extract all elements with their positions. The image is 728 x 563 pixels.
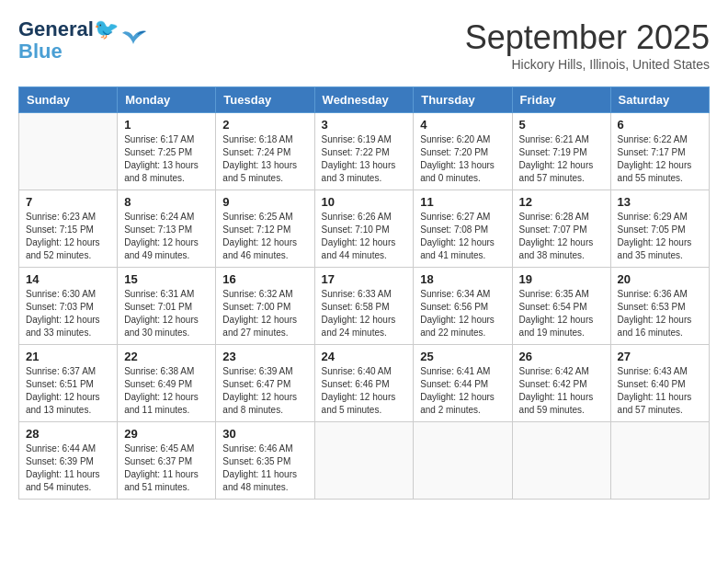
day-number: 11 <box>420 195 505 209</box>
day-number: 21 <box>26 350 110 363</box>
calendar-week-row: 14Sunrise: 6:30 AM Sunset: 7:03 PM Dayli… <box>19 268 710 345</box>
day-info: Sunrise: 6:29 AM Sunset: 7:05 PM Dayligh… <box>618 211 702 262</box>
day-info: Sunrise: 6:31 AM Sunset: 7:01 PM Dayligh… <box>124 288 209 339</box>
calendar-cell: 12Sunrise: 6:28 AM Sunset: 7:07 PM Dayli… <box>512 190 610 268</box>
day-number: 20 <box>618 272 702 286</box>
calendar-cell: 21Sunrise: 6:37 AM Sunset: 6:51 PM Dayli… <box>19 345 118 422</box>
day-number: 8 <box>124 195 209 209</box>
day-info: Sunrise: 6:26 AM Sunset: 7:10 PM Dayligh… <box>322 211 407 262</box>
calendar-week-row: 1Sunrise: 6:17 AM Sunset: 7:25 PM Daylig… <box>19 113 710 190</box>
calendar-table: SundayMondayTuesdayWednesdayThursdayFrid… <box>18 86 710 500</box>
calendar-cell: 5Sunrise: 6:21 AM Sunset: 7:19 PM Daylig… <box>512 113 610 190</box>
day-info: Sunrise: 6:19 AM Sunset: 7:22 PM Dayligh… <box>322 133 407 185</box>
day-info: Sunrise: 6:23 AM Sunset: 7:15 PM Dayligh… <box>26 211 110 262</box>
day-info: Sunrise: 6:35 AM Sunset: 6:54 PM Dayligh… <box>519 288 604 339</box>
calendar-cell: 25Sunrise: 6:41 AM Sunset: 6:44 PM Dayli… <box>414 345 512 422</box>
day-number: 17 <box>322 272 407 286</box>
day-number: 3 <box>322 118 407 132</box>
logo-bird-icon <box>120 28 148 50</box>
calendar-cell: 4Sunrise: 6:20 AM Sunset: 7:20 PM Daylig… <box>414 113 512 190</box>
day-info: Sunrise: 6:44 AM Sunset: 6:39 PM Dayligh… <box>26 442 110 494</box>
day-info: Sunrise: 6:40 AM Sunset: 6:46 PM Dayligh… <box>322 365 407 417</box>
calendar-cell: 11Sunrise: 6:27 AM Sunset: 7:08 PM Dayli… <box>414 190 512 268</box>
day-info: Sunrise: 6:17 AM Sunset: 7:25 PM Dayligh… <box>124 133 209 185</box>
calendar-cell <box>414 422 512 500</box>
calendar-cell: 26Sunrise: 6:42 AM Sunset: 6:42 PM Dayli… <box>512 345 610 422</box>
day-number: 9 <box>222 195 307 209</box>
day-number: 29 <box>124 427 209 441</box>
calendar-cell: 14Sunrise: 6:30 AM Sunset: 7:03 PM Dayli… <box>19 268 118 345</box>
day-info: Sunrise: 6:36 AM Sunset: 6:53 PM Dayligh… <box>618 288 702 339</box>
weekday-header-tuesday: Tuesday <box>216 87 314 113</box>
day-info: Sunrise: 6:43 AM Sunset: 6:40 PM Dayligh… <box>618 365 702 417</box>
day-number: 6 <box>618 118 702 132</box>
weekday-header-wednesday: Wednesday <box>314 87 414 113</box>
day-number: 23 <box>222 350 307 363</box>
day-number: 13 <box>618 195 702 209</box>
day-info: Sunrise: 6:25 AM Sunset: 7:12 PM Dayligh… <box>222 211 307 262</box>
day-info: Sunrise: 6:18 AM Sunset: 7:24 PM Dayligh… <box>222 133 307 185</box>
day-number: 22 <box>124 350 209 363</box>
calendar-cell: 9Sunrise: 6:25 AM Sunset: 7:12 PM Daylig… <box>216 190 314 268</box>
calendar-cell: 15Sunrise: 6:31 AM Sunset: 7:01 PM Dayli… <box>118 268 216 345</box>
calendar-cell: 20Sunrise: 6:36 AM Sunset: 6:53 PM Dayli… <box>610 268 709 345</box>
calendar-cell: 7Sunrise: 6:23 AM Sunset: 7:15 PM Daylig… <box>19 190 118 268</box>
calendar-week-row: 21Sunrise: 6:37 AM Sunset: 6:51 PM Dayli… <box>19 345 710 422</box>
day-number: 18 <box>420 272 505 286</box>
weekday-header-monday: Monday <box>118 87 216 113</box>
calendar-cell: 22Sunrise: 6:38 AM Sunset: 6:49 PM Dayli… <box>118 345 216 422</box>
calendar-cell: 2Sunrise: 6:18 AM Sunset: 7:24 PM Daylig… <box>216 113 314 190</box>
day-number: 27 <box>618 350 702 363</box>
weekday-header-friday: Friday <box>512 87 610 113</box>
day-number: 19 <box>519 272 604 286</box>
calendar-cell: 17Sunrise: 6:33 AM Sunset: 6:58 PM Dayli… <box>314 268 414 345</box>
calendar-cell: 28Sunrise: 6:44 AM Sunset: 6:39 PM Dayli… <box>19 422 118 500</box>
day-number: 25 <box>420 350 505 363</box>
title-section: September 2025 Hickory Hills, Illinois, … <box>465 18 710 72</box>
calendar-cell: 16Sunrise: 6:32 AM Sunset: 7:00 PM Dayli… <box>216 268 314 345</box>
page-header: General🐦Blue September 2025 Hickory Hill… <box>18 18 710 72</box>
weekday-header-saturday: Saturday <box>610 87 709 113</box>
calendar-cell <box>512 422 610 500</box>
day-number: 1 <box>124 118 209 132</box>
calendar-cell: 10Sunrise: 6:26 AM Sunset: 7:10 PM Dayli… <box>314 190 414 268</box>
calendar-cell: 23Sunrise: 6:39 AM Sunset: 6:47 PM Dayli… <box>216 345 314 422</box>
calendar-cell <box>314 422 414 500</box>
day-info: Sunrise: 6:32 AM Sunset: 7:00 PM Dayligh… <box>222 288 307 339</box>
day-number: 2 <box>222 118 307 132</box>
calendar-cell: 3Sunrise: 6:19 AM Sunset: 7:22 PM Daylig… <box>314 113 414 190</box>
logo: General🐦Blue <box>18 18 148 63</box>
day-number: 10 <box>322 195 407 209</box>
day-number: 26 <box>519 350 604 363</box>
day-info: Sunrise: 6:22 AM Sunset: 7:17 PM Dayligh… <box>618 133 702 185</box>
weekday-header-row: SundayMondayTuesdayWednesdayThursdayFrid… <box>19 87 710 113</box>
day-info: Sunrise: 6:30 AM Sunset: 7:03 PM Dayligh… <box>26 288 110 339</box>
calendar-week-row: 7Sunrise: 6:23 AM Sunset: 7:15 PM Daylig… <box>19 190 710 268</box>
day-info: Sunrise: 6:24 AM Sunset: 7:13 PM Dayligh… <box>124 211 209 262</box>
day-number: 4 <box>420 118 505 132</box>
day-info: Sunrise: 6:37 AM Sunset: 6:51 PM Dayligh… <box>26 365 110 417</box>
day-info: Sunrise: 6:20 AM Sunset: 7:20 PM Dayligh… <box>420 133 505 185</box>
calendar-cell: 18Sunrise: 6:34 AM Sunset: 6:56 PM Dayli… <box>414 268 512 345</box>
calendar-cell: 27Sunrise: 6:43 AM Sunset: 6:40 PM Dayli… <box>610 345 709 422</box>
calendar-cell: 13Sunrise: 6:29 AM Sunset: 7:05 PM Dayli… <box>610 190 709 268</box>
day-info: Sunrise: 6:28 AM Sunset: 7:07 PM Dayligh… <box>519 211 604 262</box>
day-info: Sunrise: 6:33 AM Sunset: 6:58 PM Dayligh… <box>322 288 407 339</box>
weekday-header-sunday: Sunday <box>19 87 118 113</box>
day-number: 24 <box>322 350 407 363</box>
day-info: Sunrise: 6:39 AM Sunset: 6:47 PM Dayligh… <box>222 365 307 417</box>
day-number: 5 <box>519 118 604 132</box>
day-number: 14 <box>26 272 110 286</box>
calendar-cell: 8Sunrise: 6:24 AM Sunset: 7:13 PM Daylig… <box>118 190 216 268</box>
calendar-week-row: 28Sunrise: 6:44 AM Sunset: 6:39 PM Dayli… <box>19 422 710 500</box>
day-number: 7 <box>26 195 110 209</box>
calendar-cell: 30Sunrise: 6:46 AM Sunset: 6:35 PM Dayli… <box>216 422 314 500</box>
calendar-cell <box>610 422 709 500</box>
calendar-cell <box>19 113 118 190</box>
day-number: 16 <box>222 272 307 286</box>
month-title: September 2025 <box>465 18 710 57</box>
location: Hickory Hills, Illinois, United States <box>465 57 710 72</box>
day-info: Sunrise: 6:45 AM Sunset: 6:37 PM Dayligh… <box>124 442 209 494</box>
day-number: 28 <box>26 427 110 441</box>
calendar-cell: 1Sunrise: 6:17 AM Sunset: 7:25 PM Daylig… <box>118 113 216 190</box>
